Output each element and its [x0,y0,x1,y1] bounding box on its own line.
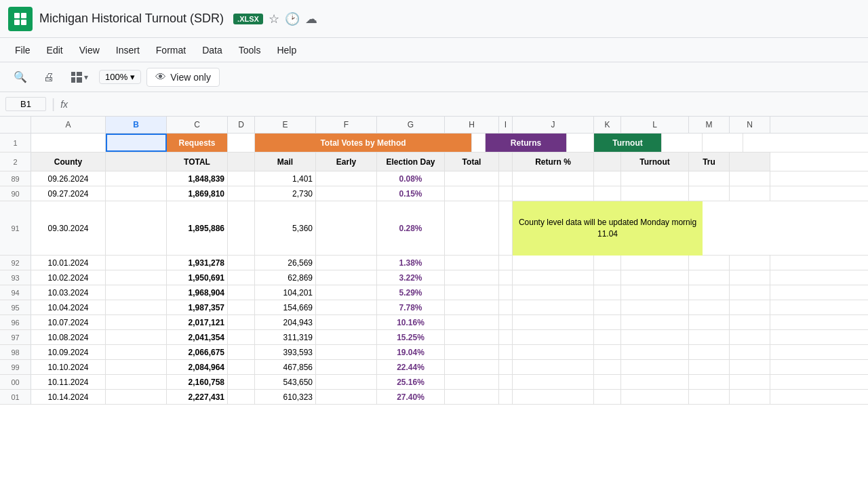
cell-h97[interactable] [445,330,499,344]
cell-n97[interactable] [730,330,770,344]
cell-g98[interactable]: 19.04% [377,345,445,359]
cell-l94[interactable] [621,285,689,300]
cell-i93[interactable] [499,270,513,285]
cell-c93[interactable]: 1,950,691 [167,270,228,285]
cell-a93[interactable]: 10.02.2024 [31,270,106,285]
cell-i101[interactable] [499,390,513,404]
cell-m1[interactable] [662,134,703,152]
cell-k97[interactable] [594,330,621,344]
col-header-d[interactable]: D [228,117,255,133]
cell-a101[interactable]: 10.14.2024 [31,390,106,404]
cell-n92[interactable] [730,256,770,270]
cell-i96[interactable] [499,315,513,329]
col-header-g[interactable]: G [377,117,445,133]
cell-g96[interactable]: 10.16% [377,315,445,329]
cell-d93[interactable] [228,270,255,285]
cell-i92[interactable] [499,256,513,270]
cell-k96[interactable] [594,315,621,329]
cell-l92[interactable] [621,256,689,270]
menu-data[interactable]: Data [195,42,229,58]
cell-m94[interactable] [689,285,730,300]
cell-b98[interactable] [106,345,167,359]
cell-b94[interactable] [106,285,167,300]
cell-j89[interactable] [513,171,594,186]
cell-a97[interactable]: 10.08.2024 [31,330,106,344]
cell-j90[interactable] [513,186,594,201]
cell-h101[interactable] [445,390,499,404]
cell-k90[interactable] [594,186,621,201]
cell-d100[interactable] [228,375,255,389]
cell-k2[interactable] [594,152,621,171]
cell-e94[interactable]: 104,201 [255,285,316,300]
cell-j100[interactable] [513,375,594,389]
cell-b97[interactable] [106,330,167,344]
cell-h95[interactable] [445,300,499,314]
cell-b101[interactable] [106,390,167,404]
cell-e93[interactable]: 62,869 [255,270,316,285]
cell-l101[interactable] [621,390,689,404]
cell-e99[interactable]: 467,856 [255,360,316,374]
col-header-e[interactable]: E [255,117,316,133]
cell-c94[interactable]: 1,968,904 [167,285,228,300]
cell-reference[interactable]: B1 [5,97,46,111]
cell-c99[interactable]: 2,084,964 [167,360,228,374]
cell-d90[interactable] [228,186,255,201]
cell-e98[interactable]: 393,593 [255,345,316,359]
menu-view[interactable]: View [73,42,106,58]
menu-format[interactable]: Format [149,42,193,58]
cell-c101[interactable]: 2,227,431 [167,390,228,404]
cell-c89[interactable]: 1,848,839 [167,171,228,186]
cell-k99[interactable] [594,360,621,374]
cell-i90[interactable] [499,186,513,201]
menu-tools[interactable]: Tools [232,42,268,58]
cell-d101[interactable] [228,390,255,404]
col-header-c[interactable]: C [167,117,228,133]
cell-f99[interactable] [316,360,377,374]
cell-n90[interactable] [730,186,770,201]
cell-l99[interactable] [621,360,689,374]
cell-g93[interactable]: 3.22% [377,270,445,285]
cell-a99[interactable]: 10.10.2024 [31,360,106,374]
cell-j2[interactable]: Return % [513,152,594,171]
cell-e95[interactable]: 154,669 [255,300,316,314]
cell-m92[interactable] [689,256,730,270]
col-header-j[interactable]: J [513,117,594,133]
cell-e90[interactable]: 2,730 [255,186,316,201]
cell-h89[interactable] [445,171,499,186]
cell-l89[interactable] [621,171,689,186]
cell-b95[interactable] [106,300,167,314]
search-button[interactable]: 🔍 [8,68,33,86]
cell-f94[interactable] [316,285,377,300]
cell-k95[interactable] [594,300,621,314]
cell-c92[interactable]: 1,931,278 [167,256,228,270]
col-header-a[interactable]: A [31,117,106,133]
cell-d92[interactable] [228,256,255,270]
cloud-icon[interactable]: ☁ [305,12,317,26]
cell-b91[interactable] [106,201,167,255]
cell-c90[interactable]: 1,869,810 [167,186,228,201]
menu-file[interactable]: File [8,42,37,58]
cell-m95[interactable] [689,300,730,314]
cell-g97[interactable]: 15.25% [377,330,445,344]
cell-b90[interactable] [106,186,167,201]
cell-g101[interactable]: 27.40% [377,390,445,404]
cell-a91[interactable]: 09.30.2024 [31,201,106,255]
cell-m2[interactable]: Tru [689,152,730,171]
cell-i89[interactable] [499,171,513,186]
cell-j1[interactable]: Returns [486,134,567,152]
cell-e89[interactable]: 1,401 [255,171,316,186]
cell-c100[interactable]: 2,160,758 [167,375,228,389]
cell-n96[interactable] [730,315,770,329]
cell-b93[interactable] [106,270,167,285]
cell-e2[interactable]: Mail [255,152,316,171]
cell-k100[interactable] [594,375,621,389]
cell-j93[interactable] [513,270,594,285]
col-header-b[interactable]: B [106,117,167,133]
cell-k98[interactable] [594,345,621,359]
cell-n89[interactable] [730,171,770,186]
col-header-f[interactable]: F [316,117,377,133]
cell-m96[interactable] [689,315,730,329]
cell-c97[interactable]: 2,041,354 [167,330,228,344]
cell-a89[interactable]: 09.26.2024 [31,171,106,186]
cell-g91[interactable]: 0.28% [377,201,445,255]
